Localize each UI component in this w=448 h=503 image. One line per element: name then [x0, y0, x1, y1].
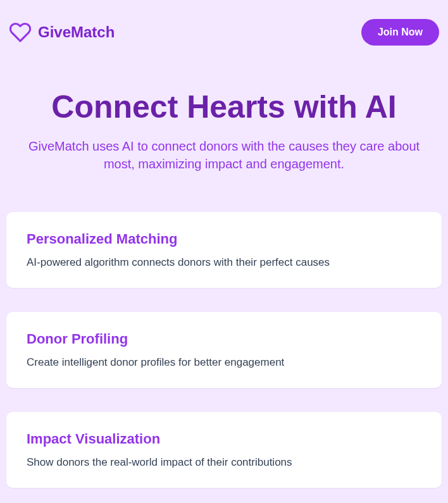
features-section: Personalized Matching AI-powered algorit… — [6, 204, 442, 503]
brand-name: GiveMatch — [38, 23, 115, 41]
brand-logo[interactable]: GiveMatch — [9, 21, 115, 44]
feature-description: Create intelligent donor profiles for be… — [27, 356, 421, 369]
join-now-button[interactable]: Join Now — [361, 19, 439, 46]
heart-icon — [9, 21, 32, 44]
feature-card-personalized-matching: Personalized Matching AI-powered algorit… — [6, 212, 442, 288]
hero-section: Connect Hearts with AI GiveMatch uses AI… — [6, 52, 442, 204]
feature-title: Impact Visualization — [27, 431, 421, 447]
feature-description: AI-powered algorithm connects donors wit… — [27, 256, 421, 269]
feature-card-impact-visualization: Impact Visualization Show donors the rea… — [6, 412, 442, 488]
feature-title: Donor Profiling — [27, 331, 421, 347]
hero-title: Connect Hearts with AI — [6, 90, 442, 125]
feature-title: Personalized Matching — [27, 231, 421, 247]
feature-card-donor-profiling: Donor Profiling Create intelligent donor… — [6, 312, 442, 388]
hero-subtitle: GiveMatch uses AI to connect donors with… — [6, 137, 442, 173]
header: GiveMatch Join Now — [6, 6, 442, 52]
feature-description: Show donors the real-world impact of the… — [27, 456, 421, 469]
